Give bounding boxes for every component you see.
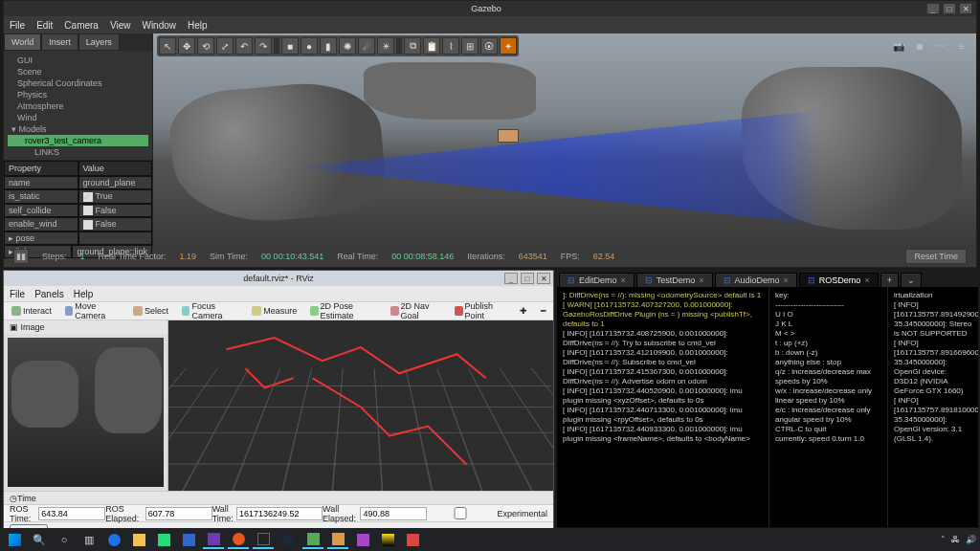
experimental-checkbox[interactable] [427,507,494,519]
maximize-button[interactable]: □ [943,3,956,14]
camera-icon[interactable]: 📷 [890,37,907,55]
spot-light-icon[interactable]: ☄ [358,37,375,55]
sidebar-tab-layers[interactable]: Layers [78,33,120,51]
sphere-shape-icon[interactable]: ● [301,37,318,55]
tree-physics[interactable]: Physics [8,89,148,100]
tree-links[interactable]: LINKS [8,146,148,158]
cortana-icon[interactable]: ○ [54,530,75,549]
tray-volume-icon[interactable]: 🔊 [966,535,976,544]
move-camera-tool[interactable]: Move Camera [61,301,123,320]
menu-panels[interactable]: Panels [34,289,64,299]
close-icon[interactable]: × [784,276,789,285]
point-light-icon[interactable]: ✺ [339,37,356,55]
sidebar-tab-insert[interactable]: Insert [41,33,78,51]
close-icon[interactable]: × [699,276,703,285]
measure-tool[interactable]: Measure [248,304,301,318]
ros-time-value[interactable] [38,507,105,520]
dir-light-icon[interactable]: ☀ [377,37,394,55]
checkbox-icon[interactable]: ✓ [83,192,93,202]
tab-dropdown[interactable]: ⌄ [901,273,922,287]
xlaunch-icon[interactable] [402,530,423,549]
tree-spherical[interactable]: Spherical Coordinates [8,77,148,89]
plot-icon[interactable]: 〰 [932,37,949,55]
menu-file[interactable]: File [10,289,25,299]
prop-pose-label[interactable]: ▸ pose [4,231,78,245]
start-button[interactable] [4,530,25,549]
close-icon[interactable]: × [864,276,869,285]
menu-camera[interactable]: Camera [64,20,99,31]
terminal-pane-right[interactable]: irtualization[ INFO] [1617135757.8914929… [888,287,978,527]
screenshot-icon[interactable]: ⦿ [480,37,498,55]
vscode-icon[interactable] [203,530,224,549]
terminal-tab[interactable]: ⊟AudioDemo× [715,273,797,287]
tree-scene[interactable]: Scene [8,66,148,77]
nav-goal-tool[interactable]: 2D Nav Goal [387,301,445,320]
menu-help[interactable]: Help [188,20,208,31]
tree-wind[interactable]: Wind [8,112,148,123]
menu-edit[interactable]: Edit [36,20,53,31]
wall-time-value[interactable] [236,507,323,520]
pose-estimate-tool[interactable]: 2D Pose Estimate [306,301,381,320]
select-tool-icon[interactable]: ↖ [159,37,176,55]
app-icon[interactable] [352,530,373,549]
windows-terminal-icon[interactable] [253,530,274,549]
rviz-3d-viewport[interactable] [168,320,553,491]
interact-tool[interactable]: Interact [8,304,56,318]
menu-file[interactable]: File [10,20,25,31]
rviz-task-icon[interactable] [327,530,348,549]
prop-wind-value[interactable]: False [78,217,153,231]
publish-point-tool[interactable]: Publish Point [451,301,510,320]
tray-network-icon[interactable]: 🖧 [951,535,960,544]
terminal-pane-left[interactable]: ]: DiffDrive(ns = //): missing <odometry… [557,287,769,527]
tree-gui[interactable]: GUI [8,55,148,66]
world-tree[interactable]: GUI Scene Spherical Coordinates Physics … [4,51,152,160]
video-icon[interactable]: ⏺ [911,37,928,55]
tree-atmosphere[interactable]: Atmosphere [8,100,148,112]
new-tab-button[interactable]: + [880,273,899,287]
tree-selected-model[interactable]: rover3_test_camera [8,135,148,146]
reset-time-button[interactable]: Reset Time [905,249,967,264]
menu-help[interactable]: Help [74,289,94,299]
ubuntu-icon[interactable] [228,530,249,549]
link-icon[interactable]: ⌇ [442,37,459,55]
gazebo-3d-viewport[interactable]: ↖ ✥ ⟲ ⤢ ↶ ↷ ■ ● ▮ ✺ ☄ ☀ ⧉ 📋 ⌇ ⊞ ⦿ ✦ [153,33,976,246]
close-button[interactable]: ✕ [537,273,550,284]
checkbox-icon[interactable] [83,206,93,215]
record-icon[interactable]: ✦ [500,37,517,55]
focus-camera-tool[interactable]: Focus Camera [178,301,242,320]
sidebar-tab-world[interactable]: World [4,33,41,51]
terminal-tab[interactable]: ⊟TestDemo× [636,273,713,287]
maximize-button[interactable]: □ [521,273,534,284]
explorer-icon[interactable] [128,530,149,549]
rotate-tool-icon[interactable]: ⟲ [197,37,214,55]
prop-static-value[interactable]: ✓True [78,189,153,204]
close-icon[interactable]: × [621,276,626,285]
pause-button[interactable]: ▮▮ [13,249,29,264]
box-shape-icon[interactable]: ■ [281,37,299,55]
log-icon[interactable]: ≡ [953,37,970,55]
copy-icon[interactable]: ⧉ [404,37,421,55]
menu-view[interactable]: View [110,20,131,31]
close-button[interactable]: ✕ [959,3,972,14]
task-view-icon[interactable]: ▥ [78,530,100,549]
tray-chevron-icon[interactable]: ˄ [941,535,946,544]
minimize-button[interactable]: _ [926,3,940,14]
snap-icon[interactable]: ⊞ [461,37,479,55]
edge-icon[interactable] [103,530,124,549]
move-tool-icon[interactable]: ✥ [178,37,195,55]
steam-icon[interactable] [278,530,299,549]
terminal-pane-mid[interactable]: key:--------------------------- U I O J … [769,287,888,527]
system-tray[interactable]: ˄ 🖧 🔊 [941,535,976,544]
minimize-button[interactable]: _ [504,273,518,284]
mail-icon[interactable] [178,530,199,549]
select-tool[interactable]: Select [129,304,172,318]
store-icon[interactable] [153,530,174,549]
search-icon[interactable]: 🔍 [29,530,50,549]
ros-elapsed-value[interactable] [145,507,212,520]
add-tool[interactable]: ✚ [516,304,531,318]
menu-window[interactable]: Window [142,20,176,31]
cylinder-shape-icon[interactable]: ▮ [320,37,337,55]
tree-models[interactable]: ▾ Models [8,123,148,135]
terminal-tab[interactable]: ⊟EditDemo× [559,273,635,287]
paste-icon[interactable]: 📋 [423,37,440,55]
